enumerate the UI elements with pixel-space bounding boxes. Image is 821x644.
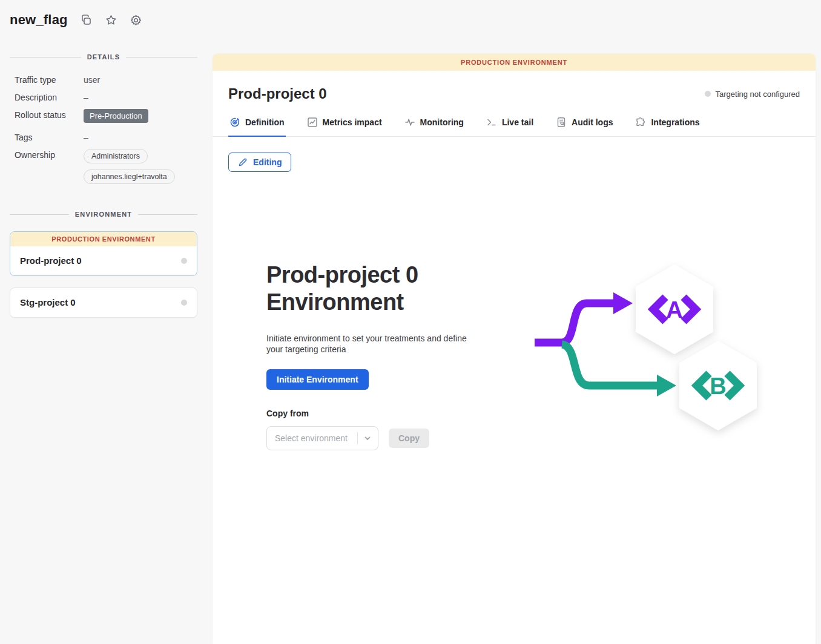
env-card-stg-project-0[interactable]: Stg-project 0 — [10, 288, 197, 318]
pulse-icon — [404, 117, 415, 128]
chevron-down-icon — [363, 434, 372, 442]
detail-label: Ownership — [15, 149, 84, 160]
rollout-status-badge: Pre-Production — [84, 109, 148, 123]
copy-name-icon[interactable] — [80, 14, 93, 27]
status-dot — [705, 91, 711, 97]
tab-audit-logs[interactable]: Audit logs — [555, 114, 614, 136]
flag-header: new_flag — [0, 0, 213, 28]
initiate-environment-button[interactable]: Initiate Environment — [266, 369, 369, 390]
env-card-name: Stg-project 0 — [20, 297, 76, 307]
hero-text-column: Prod-project 0 Environment Initiate envi… — [266, 261, 493, 450]
tab-label: Metrics impact — [323, 117, 382, 127]
treatment-b-letter: B — [710, 373, 726, 399]
owner-chip[interactable]: johannes.liegl+travolta — [84, 169, 175, 184]
environment-section-header: ENVIRONMENT — [10, 211, 197, 218]
detail-row-traffic-type: Traffic type user — [15, 74, 197, 85]
tab-monitoring[interactable]: Monitoring — [403, 114, 465, 136]
tab-integrations[interactable]: Integrations — [634, 114, 701, 136]
environment-title: Prod-project 0 — [228, 85, 327, 102]
hero-title: Prod-project 0 Environment — [266, 261, 493, 316]
tab-metrics-impact[interactable]: Metrics impact — [306, 114, 383, 136]
select-placeholder: Select environment — [275, 433, 355, 443]
terminal-icon — [486, 117, 497, 128]
environment-select[interactable]: Select environment — [266, 426, 378, 450]
detail-label: Tags — [15, 131, 84, 142]
detail-row-ownership: Ownership Administrators johannes.liegl+… — [15, 149, 197, 184]
detail-label: Description — [15, 91, 84, 102]
env-status-dot — [181, 300, 187, 306]
editing-button[interactable]: Editing — [228, 153, 291, 172]
environment-hero: Prod-project 0 Environment Initiate envi… — [266, 261, 816, 450]
tab-live-tail[interactable]: Live tail — [485, 114, 535, 136]
env-status-dot — [181, 258, 187, 264]
env-card-name: Prod-project 0 — [20, 255, 82, 266]
environment-section-title: ENVIRONMENT — [75, 211, 132, 218]
flag-title: new_flag — [10, 12, 68, 28]
tab-bar: Definition Metrics impact Monitoring — [213, 114, 816, 137]
select-divider — [357, 432, 358, 444]
tab-label: Audit logs — [572, 117, 613, 127]
sidebar: DETAILS Traffic type user Description – … — [0, 48, 213, 644]
targeting-status: Targeting not configured — [705, 90, 800, 99]
details-section-title: DETAILS — [87, 53, 120, 61]
main-panel: PRODUCTION ENVIRONMENT Prod-project 0 Ta… — [213, 54, 816, 644]
hero-description: Initiate environment to set your treatme… — [266, 333, 483, 355]
main-header: Prod-project 0 Targeting not configured — [213, 71, 816, 114]
status-label: Targeting not configured — [716, 90, 800, 99]
production-environment-banner: PRODUCTION ENVIRONMENT — [10, 232, 197, 246]
details-rows: Traffic type user Description – Rollout … — [10, 74, 197, 184]
tab-label: Monitoring — [420, 117, 464, 127]
copy-button[interactable]: Copy — [389, 429, 429, 448]
tab-label: Live tail — [502, 117, 533, 127]
copy-from-label: Copy from — [266, 409, 493, 418]
treatment-a-letter: A — [666, 297, 682, 323]
ab-split-illustration: A B — [529, 254, 765, 450]
production-environment-banner: PRODUCTION ENVIRONMENT — [213, 54, 816, 71]
tab-label: Definition — [245, 117, 285, 127]
owner-chip[interactable]: Administrators — [84, 149, 148, 163]
treatment-b-arrow — [562, 344, 676, 396]
env-card-prod-project-0[interactable]: PRODUCTION ENVIRONMENT Prod-project 0 — [10, 231, 197, 276]
gear-icon[interactable] — [130, 14, 142, 27]
detail-value: – — [84, 91, 88, 102]
tab-label: Integrations — [651, 117, 699, 127]
detail-label: Traffic type — [15, 74, 84, 85]
star-icon[interactable] — [105, 14, 117, 27]
detail-value: – — [84, 131, 88, 142]
detail-label: Rollout status — [15, 109, 84, 120]
detail-value: user — [84, 74, 100, 85]
pencil-icon — [238, 157, 248, 167]
details-section-header: DETAILS — [10, 53, 197, 61]
env-card-body: Stg-project 0 — [10, 288, 197, 317]
tab-definition[interactable]: Definition — [228, 114, 286, 136]
ownership-chips: Administrators johannes.liegl+travolta — [84, 149, 175, 184]
audit-log-icon — [556, 117, 567, 128]
puzzle-icon — [635, 117, 646, 128]
copy-from-controls: Select environment Copy — [266, 426, 493, 450]
detail-row-rollout-status: Rollout status Pre-Production — [15, 109, 197, 123]
treatment-a-arrow — [535, 292, 633, 343]
environment-section: ENVIRONMENT PRODUCTION ENVIRONMENT Prod-… — [10, 211, 197, 318]
detail-row-description: Description – — [15, 91, 197, 102]
editing-button-label: Editing — [253, 157, 282, 167]
detail-row-tags: Tags – — [15, 131, 197, 142]
chart-icon — [307, 117, 318, 128]
env-card-body: Prod-project 0 — [10, 246, 197, 275]
target-icon — [229, 117, 240, 128]
